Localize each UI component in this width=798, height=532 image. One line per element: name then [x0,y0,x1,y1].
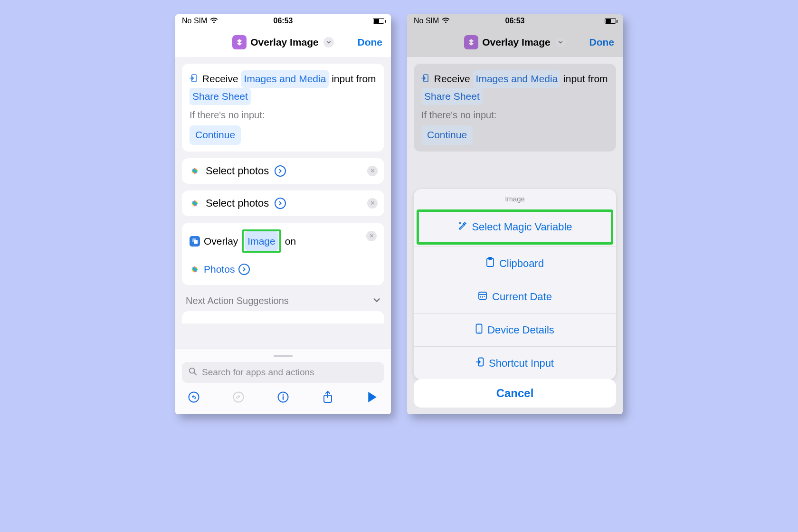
clipboard-item[interactable]: Clipboard [414,247,616,280]
input-arrow-icon [421,71,428,87]
expand-chevron-icon[interactable] [238,264,250,275]
photos-app-icon [190,264,200,275]
svg-point-16 [189,392,199,402]
receive-card[interactable]: Receive Images and Media input from Shar… [182,64,384,152]
search-icon [189,367,197,378]
shortcut-app-icon [232,35,247,49]
battery-icon [605,18,616,24]
highlight-box: Image [242,229,281,253]
noinput-label: If there's no input: [421,108,608,123]
nav-bar: Overlay Image Done [407,28,623,57]
clipboard-icon [486,257,494,270]
svg-rect-10 [194,240,198,244]
wifi-icon [442,17,450,25]
done-button[interactable]: Done [358,37,383,48]
overlay-verb: Overlay [204,232,238,250]
magic-wand-icon [457,221,467,233]
input-arrow-icon [190,71,197,87]
source-token[interactable]: Share Sheet [190,88,251,105]
suggestions-label: Next Action Suggestions [186,295,289,306]
current-date-item[interactable]: Current Date [414,280,616,313]
overlay-action-icon [190,236,200,247]
select-photos-row-1[interactable]: Select photos ✕ [182,158,384,184]
info-icon[interactable] [276,391,290,406]
page-title: Overlay Image [482,37,551,48]
svg-point-27 [482,296,483,297]
photos-variable[interactable]: Photos [204,260,235,278]
sheet-item-label: Select Magic Variable [472,221,572,233]
clock-label: 06:53 [481,17,549,25]
sheet-item-label: Device Details [487,324,554,336]
select-magic-variable-item[interactable]: Select Magic Variable [417,209,613,245]
phone-device-icon [475,323,483,337]
svg-rect-20 [283,396,284,400]
receive-card-dimmed: Receive Images and Media input from Shar… [414,64,616,152]
done-button: Done [589,37,615,48]
expand-chevron-icon[interactable] [275,198,286,209]
share-icon[interactable] [321,390,335,407]
status-bar: No SIM 06:53 [175,14,391,28]
shortcut-input-item[interactable]: Shortcut Input [414,346,616,380]
select-photos-label: Select photos [206,197,269,209]
redo-icon [231,391,246,406]
remove-action-icon[interactable]: ✕ [367,198,378,209]
workflow-scroll[interactable]: Receive Images and Media input from Shar… [175,57,391,335]
chevron-down-icon [373,295,380,306]
photos-app-icon [190,166,200,176]
input-arrow-icon [476,357,484,370]
expand-chevron-icon[interactable] [275,165,286,177]
undo-icon[interactable] [187,391,201,406]
sheet-title: Image [414,189,616,208]
variable-action-sheet: Image Select Magic Variable Clipboard Cu… [414,189,616,380]
receive-label: Receive [202,73,238,84]
sheet-item-label: Clipboard [499,257,544,270]
remove-action-icon[interactable]: ✕ [366,231,377,241]
cancel-button[interactable]: Cancel [414,379,616,408]
nav-bar: Overlay Image Done [175,28,391,57]
search-placeholder: Search for apps and actions [202,367,314,378]
input-type-token: Images and Media [473,70,561,88]
remove-action-icon[interactable]: ✕ [367,166,378,176]
bottom-dock: Search for apps and actions [175,349,391,414]
overlay-card[interactable]: Overlay Image on ✕ Photos [182,223,384,285]
status-bar: No SIM 06:53 [407,14,623,28]
svg-point-26 [480,296,481,297]
receive-label: Receive [434,73,470,84]
carrier-label: No SIM [414,17,439,25]
suggestion-peek [182,311,384,323]
svg-point-28 [484,296,485,297]
wifi-icon [210,17,218,25]
svg-point-17 [234,392,244,402]
battery-icon [373,18,384,24]
image-token[interactable]: Image [245,231,278,251]
phone-left: No SIM 06:53 Overlay Image Done [175,14,391,414]
shortcut-app-icon [464,35,478,49]
fallback-button: Continue [421,125,473,145]
phone-right: No SIM 06:53 Overlay Image [407,14,623,414]
calendar-icon [478,291,487,303]
page-title: Overlay Image [250,37,319,48]
select-photos-label: Select photos [206,165,269,177]
fallback-button[interactable]: Continue [190,125,241,145]
suggestions-header[interactable]: Next Action Suggestions [182,292,384,311]
drag-grabber[interactable] [274,355,293,357]
input-type-token[interactable]: Images and Media [241,70,329,88]
chevron-down-icon[interactable] [323,37,334,48]
clock-label: 06:53 [249,17,317,25]
play-icon[interactable] [365,391,380,406]
svg-rect-22 [424,75,428,82]
svg-point-32 [479,332,480,332]
from-label: input from [563,73,608,84]
svg-point-15 [190,368,195,373]
search-input[interactable]: Search for apps and actions [182,362,384,383]
svg-point-29 [480,297,481,298]
noinput-label: If there's no input: [190,108,377,123]
svg-point-19 [283,394,284,396]
select-photos-row-2[interactable]: Select photos ✕ [182,190,384,216]
on-label: on [285,232,296,250]
sheet-item-label: Shortcut Input [489,357,554,370]
chevron-down-icon [555,37,566,48]
sheet-item-label: Current Date [492,291,552,303]
source-token: Share Sheet [421,88,483,105]
device-details-item[interactable]: Device Details [414,313,616,346]
